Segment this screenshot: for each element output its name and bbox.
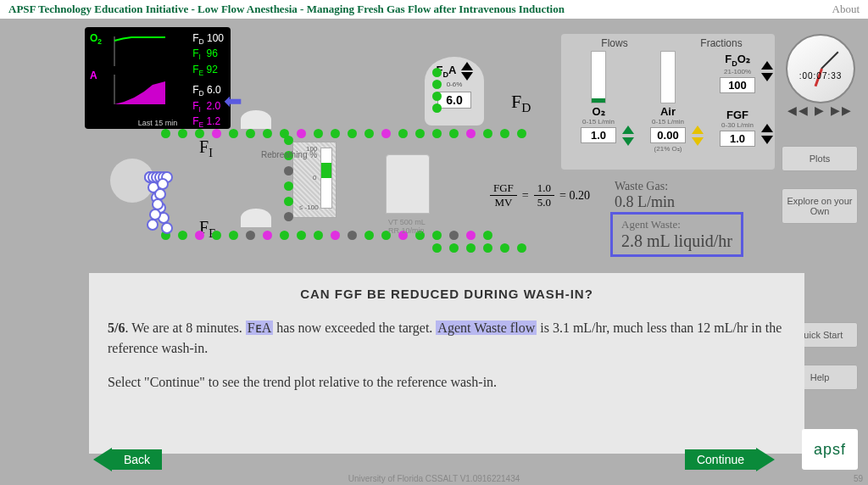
o2-down-button[interactable] <box>622 137 634 146</box>
fgf-up-button[interactable] <box>761 124 773 132</box>
air-up-button[interactable] <box>692 125 704 134</box>
agent-label: A <box>90 70 97 81</box>
o2-flow-control: O₂ 0-15 L/min 1.0 <box>565 51 632 145</box>
fda-down-button[interactable] <box>461 72 473 81</box>
air-down-button[interactable] <box>692 137 704 146</box>
back-button[interactable]: Back <box>93 448 162 471</box>
rebreathing-gauge: Rebreathing % 100 0 ≤ -100 <box>261 150 332 209</box>
vt-rr-label: VT 500 mLRR 10/min <box>388 218 426 235</box>
o2-up-button[interactable] <box>622 125 634 134</box>
simulation-clock: :00:07:33 <box>786 34 855 103</box>
gas-controls-panel: FlowsFractions O₂ 0-15 L/min 1.0 Air 0-1… <box>561 34 775 170</box>
fda-up-button[interactable] <box>461 62 473 70</box>
air-flow-control: Air 0-15 L/min 0.00 (21% O₂) <box>634 51 702 153</box>
fgf-down-button[interactable] <box>761 136 773 144</box>
continue-button[interactable]: Continue <box>685 448 775 471</box>
agent-waste-readout: Agent Waste:2.8 mL liquid/hr <box>610 212 743 257</box>
about-link[interactable]: About <box>832 3 860 16</box>
instruction-panel: CAN FGF BE REDUCED DURING WASH-IN? 5/6. … <box>89 273 804 454</box>
transport-controls[interactable]: ◀◀ ▶ ▶▶ <box>787 103 853 117</box>
trend-plot <box>110 32 170 109</box>
fgf-mv-equation: FGFMV = 1.05.0 = 0.20 <box>490 181 590 209</box>
o2-label: O2 <box>90 32 102 44</box>
footer-text: University of Florida CSSALT V1.09162214… <box>0 474 868 483</box>
page-title: APSF Technology Education Initiative - L… <box>8 3 565 16</box>
arrow-left-icon: ⬅ <box>224 88 242 114</box>
explore-button[interactable]: Explore on your Own <box>782 188 858 224</box>
fdo2-up-button[interactable] <box>761 61 773 70</box>
plots-button[interactable]: Plots <box>782 146 858 171</box>
fdo2-control: FDO₂ 21-100% 100 FGF 0-30 L/min 1.0 <box>704 51 771 148</box>
fda-value: 6.0 <box>437 92 471 109</box>
page-number: 59 <box>854 474 863 483</box>
apsf-logo: apsf <box>802 429 858 470</box>
waste-gas-readout: Waste Gas:0.8 L/min <box>615 180 675 211</box>
fdo2-down-button[interactable] <box>761 73 773 81</box>
